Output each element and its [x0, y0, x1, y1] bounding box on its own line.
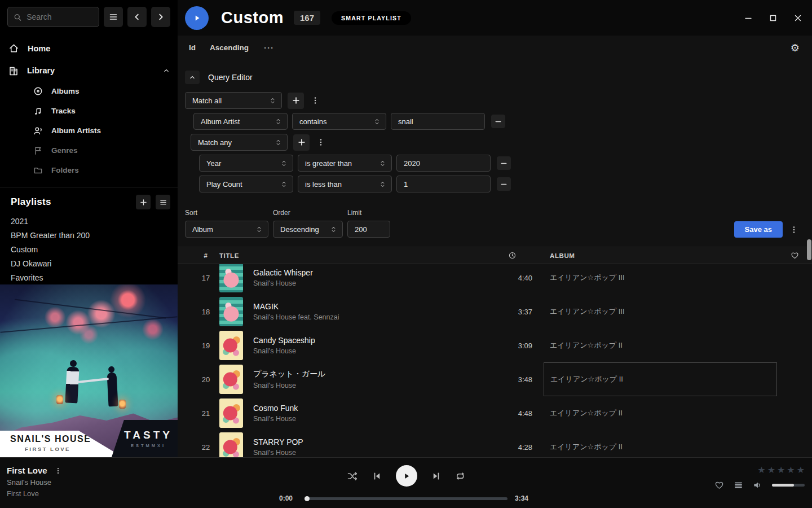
rule-value-input[interactable] [396, 176, 491, 192]
play-pause-button[interactable] [396, 465, 417, 487]
table-row[interactable]: 17 Galactic Whisper Snail's House 4:40 エ… [178, 264, 812, 295]
previous-button[interactable] [372, 471, 382, 481]
track-artist[interactable]: Snail's House [253, 382, 489, 389]
rating-star[interactable]: ★ [767, 466, 775, 475]
progress-knob[interactable] [304, 496, 310, 501]
match-type-select[interactable]: Match all [185, 92, 282, 109]
track-artist[interactable]: Snail's House [253, 415, 489, 423]
now-playing-track[interactable]: First Love [7, 466, 47, 475]
sidebar-item-folders[interactable]: Folders [33, 160, 163, 180]
sort-select[interactable]: Album [185, 221, 268, 238]
add-rule-button[interactable] [293, 134, 310, 151]
collapse-query-editor-button[interactable] [185, 71, 200, 84]
scrollbar-thumb[interactable] [807, 239, 811, 260]
remove-rule-button[interactable] [491, 115, 505, 128]
table-row[interactable]: 22 STARRY POP Snail's House 4:28 エイリアン☆ポ… [178, 430, 812, 457]
sort-field-button[interactable]: Id [189, 43, 196, 52]
group-options-button[interactable] [315, 134, 326, 151]
operator-select[interactable]: is less than [298, 176, 392, 192]
track-album[interactable]: エイリアン☆ポップ II [535, 396, 777, 430]
track-album-focused-cell[interactable]: エイリアン☆ポップ II [544, 362, 777, 396]
sidebar-item-album-artists[interactable]: Album Artists [33, 121, 163, 141]
repeat-button[interactable] [455, 471, 466, 481]
track-album[interactable]: エイリアン☆ポップ III [535, 295, 777, 329]
rating-star[interactable]: ★ [787, 466, 795, 475]
group-options-button[interactable] [310, 93, 321, 109]
maximize-button[interactable] [764, 9, 782, 27]
rating-star[interactable]: ★ [757, 466, 765, 475]
sort-direction-button[interactable]: Ascending [210, 43, 249, 52]
minimize-button[interactable] [739, 9, 757, 27]
nav-forward-button[interactable] [151, 7, 170, 27]
column-index[interactable]: # [195, 252, 217, 259]
rating-star[interactable]: ★ [777, 466, 785, 475]
track-artist[interactable]: Snail's House [253, 449, 489, 457]
search-box[interactable] [7, 7, 99, 27]
track-title[interactable]: MAGIK [253, 302, 489, 311]
search-input[interactable] [27, 12, 93, 21]
remove-rule-button[interactable] [497, 156, 511, 170]
track-album[interactable]: エイリアン☆ポップ III [535, 264, 777, 295]
volume-button[interactable] [753, 480, 762, 490]
rule-value-input[interactable] [396, 155, 491, 172]
track-title[interactable]: プラネット・ガール [253, 369, 489, 379]
track-title[interactable]: Cosmo Funk [253, 404, 489, 413]
track-artist[interactable]: Snail's House feat. Sennzai [253, 313, 489, 321]
track-title[interactable]: Galactic Whisper [253, 268, 489, 277]
nav-back-button[interactable] [127, 7, 147, 27]
add-rule-button[interactable] [288, 93, 304, 109]
track-title[interactable]: Candy Spaceship [253, 336, 489, 345]
sidebar-item-home[interactable]: Home [8, 37, 170, 59]
operator-select[interactable]: contains [292, 113, 386, 130]
save-as-button[interactable]: Save as [734, 221, 783, 238]
table-row[interactable]: 21 Cosmo Funk Snail's House 4:48 エイリアン☆ポ… [178, 396, 812, 430]
volume-slider[interactable] [772, 484, 805, 487]
match-type-select[interactable]: Match any [191, 134, 288, 151]
track-title[interactable]: STARRY POP [253, 437, 489, 446]
sidebar-item-albums[interactable]: Albums [33, 81, 163, 101]
track-album[interactable]: エイリアン☆ポップ II [535, 430, 777, 457]
column-duration[interactable] [489, 251, 535, 260]
playlist-view-button[interactable] [156, 195, 170, 209]
close-button[interactable] [789, 9, 806, 27]
play-playlist-button[interactable] [185, 6, 209, 30]
menu-button[interactable] [104, 7, 123, 27]
sidebar-item-library[interactable]: Library [8, 59, 170, 81]
favorite-button[interactable] [714, 480, 724, 490]
playlist-item[interactable]: Custom [11, 242, 170, 256]
field-select[interactable]: Album Artist [193, 113, 288, 130]
now-playing-album-art[interactable]: SNAIL'S HOUSE FIRST LOVE TASTY ESTMMXI [0, 284, 178, 457]
next-button[interactable] [431, 471, 441, 481]
add-playlist-button[interactable] [136, 195, 151, 209]
settings-gear-button[interactable]: ⚙ [791, 43, 800, 53]
remove-rule-button[interactable] [497, 177, 511, 191]
track-artist[interactable]: Snail's House [253, 347, 489, 355]
save-options-button[interactable] [788, 221, 800, 238]
column-album[interactable]: ALBUM [535, 252, 777, 259]
rule-value-input[interactable] [391, 113, 485, 130]
playlist-item[interactable]: Favorites [11, 270, 170, 284]
limit-input[interactable] [347, 221, 390, 238]
progress-bar[interactable] [304, 497, 508, 500]
sidebar-item-genres[interactable]: Genres [33, 141, 163, 160]
field-select[interactable]: Play Count [199, 176, 293, 192]
collapse-indicator[interactable] [162, 67, 170, 75]
queue-button[interactable] [734, 480, 743, 490]
table-row[interactable]: 19 Candy Spaceship Snail's House 3:09 エイ… [178, 329, 812, 362]
playlist-item[interactable]: DJ Okawari [11, 256, 170, 270]
operator-select[interactable]: is greater than [298, 155, 392, 172]
sidebar-item-tracks[interactable]: Tracks [33, 101, 163, 121]
rating-stars[interactable]: ★ ★ ★ ★ ★ [757, 466, 805, 475]
playlist-item[interactable]: 2021 [11, 214, 170, 228]
shuffle-button[interactable] [347, 471, 358, 481]
table-row[interactable]: 18 MAGIK Snail's House feat. Sennzai 3:3… [178, 295, 812, 329]
column-title[interactable]: TITLE [217, 252, 489, 259]
track-artist[interactable]: Snail's House [253, 279, 489, 287]
rating-star[interactable]: ★ [797, 466, 805, 475]
playlist-item[interactable]: BPM Greater than 200 [11, 228, 170, 242]
track-options-button[interactable] [55, 467, 61, 475]
track-album[interactable]: エイリアン☆ポップ II [535, 329, 777, 362]
order-select[interactable]: Descending [273, 221, 343, 238]
now-playing-album[interactable]: First Love [7, 489, 271, 498]
more-options-button[interactable]: ··· [264, 43, 274, 52]
